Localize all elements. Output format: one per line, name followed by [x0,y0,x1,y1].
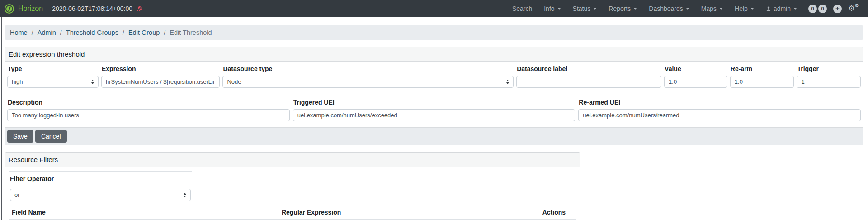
description-input[interactable] [7,109,290,121]
rearmed-uei-input[interactable] [578,109,861,121]
breadcrumb-current: Edit Threshold [170,29,212,36]
filter-operator-select[interactable]: or [10,189,191,201]
rearmed-uei-label: Re-armed UEI [579,99,861,106]
nav-reports-dropdown[interactable]: Reports [603,5,643,12]
chevron-down-icon [633,8,637,10]
nav-status-dropdown[interactable]: Status [567,5,603,12]
filters-table-header: Field Name Regular Expression Actions [9,205,576,220]
window-edge [1,17,2,220]
notices-off-icon[interactable] [136,5,143,12]
chevron-down-icon [793,8,797,10]
breadcrumb-separator: / [60,29,62,36]
trigger-label: Trigger [797,65,861,72]
nav-search[interactable]: Search [506,5,538,12]
value-label: Value [665,65,727,72]
datasource-label-label: Datasource label [517,65,661,72]
resource-filters-title: Resource Filters [5,153,580,167]
actions-header: Actions [540,205,576,219]
page-content: Home / Admin / Threshold Groups / Edit G… [5,25,863,220]
filter-operator-table: Filter Operator or [9,171,192,204]
trigger-input[interactable] [797,76,861,88]
datasource-type-select[interactable]: Node [222,76,514,88]
opennms-logo-icon [5,4,14,14]
nav-help-dropdown[interactable]: Help [729,5,760,12]
breadcrumb-separator: / [164,29,165,36]
chevron-down-icon [686,8,689,10]
server-timestamp: 2020-06-02T17:08:14+00:00 [52,5,132,12]
filter-operator-label: Filter Operator [9,172,192,186]
top-navbar: Horizon 2020-06-02T17:08:14+00:00 Search… [0,0,868,17]
brand-home-link[interactable]: Horizon [5,4,43,14]
expression-input[interactable] [101,76,220,88]
nav-info-dropdown[interactable]: Info [538,5,566,12]
datasource-label-input[interactable] [516,76,661,88]
breadcrumb-admin[interactable]: Admin [38,29,56,36]
chevron-down-icon [593,8,597,10]
triggered-uei-label: Triggered UEI [293,99,576,106]
breadcrumb-separator: / [123,29,124,36]
expression-label: Expression [102,65,220,72]
resource-filters-card: Resource Filters Filter Operator or Fiel… [5,152,580,220]
rearm-input[interactable] [730,76,794,88]
regular-expression-header: Regular Expression [279,205,540,219]
value-input[interactable] [664,76,727,88]
nav-dashboards-dropdown[interactable]: Dashboards [643,5,695,12]
type-select[interactable]: high [7,76,99,88]
admin-gears-icon[interactable]: ⚙⚙ [848,3,861,14]
chevron-down-icon [557,8,561,10]
chevron-down-icon [719,8,723,10]
nav-user-dropdown[interactable]: admin [760,5,803,12]
breadcrumb-home[interactable]: Home [10,29,28,36]
chevron-down-icon [750,8,754,10]
resource-filters-body: Filter Operator or Field Name Regular Ex… [5,167,580,220]
card-title: Edit expression threshold [5,47,863,62]
form-row-2: Description Triggered UEI Re-armed UEI [7,99,861,121]
description-label: Description [8,99,290,106]
datasource-type-label: Datasource type [223,65,514,72]
navbar-menu: Search Info Status Reports Dashboards Ma… [506,3,861,14]
nav-maps-dropdown[interactable]: Maps [695,5,729,12]
brand-name[interactable]: Horizon [18,5,43,13]
user-notification-count-badge[interactable]: 0 [818,5,827,13]
breadcrumb: Home / Admin / Threshold Groups / Edit G… [5,25,863,40]
rearm-label: Re-arm [731,65,794,72]
edit-threshold-card: Edit expression threshold Type high Expr… [5,47,863,145]
notification-count-badge[interactable]: 0 [808,5,817,13]
type-label: Type [8,65,99,72]
breadcrumb-edit-group[interactable]: Edit Group [128,29,160,36]
save-button[interactable]: Save [7,130,33,143]
breadcrumb-separator: / [32,29,33,36]
form-row-1: Type high Expression Datasource type [7,65,861,88]
card-footer: Save Cancel [5,127,863,145]
field-name-header: Field Name [9,205,279,219]
filters-table: Field Name Regular Expression Actions Ad… [9,205,576,220]
triggered-uei-input[interactable] [293,109,576,121]
cancel-button[interactable]: Cancel [35,130,67,143]
breadcrumb-threshold-groups[interactable]: Threshold Groups [66,29,118,36]
threshold-form: Type high Expression Datasource type [5,62,863,127]
quick-add-node-icon[interactable]: + [833,5,842,13]
notification-badges: 0 0 [808,5,827,13]
user-icon [766,6,771,12]
